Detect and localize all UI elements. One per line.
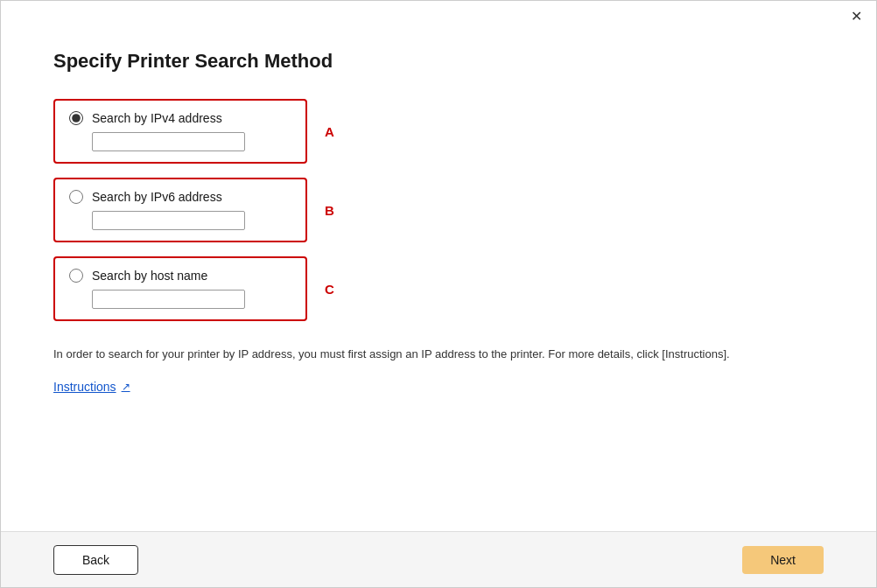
letter-b: B <box>325 203 342 218</box>
info-text: In order to search for your printer by I… <box>53 346 736 364</box>
option-box-hostname[interactable]: Search by host name <box>53 256 307 321</box>
page-title: Specify Printer Search Method <box>53 50 824 73</box>
options-area: Search by IPv4 address A Search by IPv6 … <box>53 99 824 321</box>
footer: Back Next <box>1 531 876 587</box>
letter-a: A <box>325 124 342 139</box>
instructions-link[interactable]: Instructions ↗ <box>53 380 130 394</box>
radio-ipv4[interactable] <box>69 111 83 125</box>
external-link-icon: ↗ <box>122 381 130 393</box>
option-row-ipv4: Search by IPv4 address A <box>53 99 824 164</box>
radio-hostname[interactable] <box>69 269 83 283</box>
main-window: ✕ Specify Printer Search Method Search b… <box>0 0 877 588</box>
label-hostname: Search by host name <box>92 269 207 283</box>
content-area: Specify Printer Search Method Search by … <box>1 32 876 531</box>
option-box-ipv6[interactable]: Search by IPv6 address <box>53 178 307 242</box>
input-hostname[interactable] <box>92 290 245 309</box>
option-label-row-ipv4: Search by IPv4 address <box>69 111 291 125</box>
option-row-ipv6: Search by IPv6 address B <box>53 178 824 242</box>
input-ipv6[interactable] <box>92 211 245 230</box>
close-button[interactable]: ✕ <box>847 8 866 25</box>
instructions-label: Instructions <box>53 380 116 394</box>
label-ipv4: Search by IPv4 address <box>92 111 222 125</box>
option-box-ipv4[interactable]: Search by IPv4 address <box>53 99 307 164</box>
radio-ipv6[interactable] <box>69 190 83 204</box>
option-label-row-ipv6: Search by IPv6 address <box>69 190 291 204</box>
letter-c: C <box>325 282 342 297</box>
option-row-hostname: Search by host name C <box>53 256 824 321</box>
next-button[interactable]: Next <box>742 546 824 574</box>
back-button[interactable]: Back <box>53 545 138 575</box>
input-ipv4[interactable] <box>92 132 245 151</box>
title-bar: ✕ <box>1 1 876 32</box>
label-ipv6: Search by IPv6 address <box>92 190 222 204</box>
option-label-row-hostname: Search by host name <box>69 269 291 283</box>
